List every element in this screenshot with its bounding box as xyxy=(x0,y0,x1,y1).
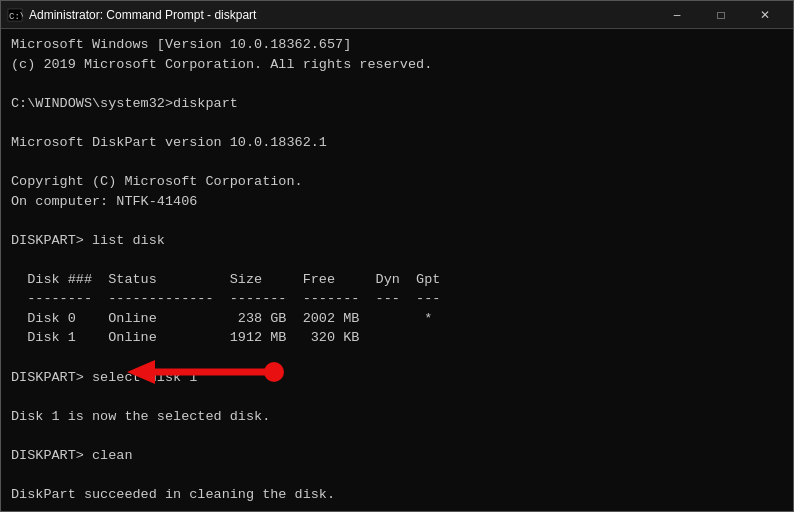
console-output[interactable]: Microsoft Windows [Version 10.0.18362.65… xyxy=(1,29,793,511)
close-button[interactable]: ✕ xyxy=(743,1,787,29)
maximize-button[interactable]: □ xyxy=(699,1,743,29)
command-prompt-window: C:\ Administrator: Command Prompt - disk… xyxy=(0,0,794,512)
title-bar: C:\ Administrator: Command Prompt - disk… xyxy=(1,1,793,29)
title-bar-left: C:\ Administrator: Command Prompt - disk… xyxy=(7,7,256,23)
window-title: Administrator: Command Prompt - diskpart xyxy=(29,8,256,22)
minimize-button[interactable]: – xyxy=(655,1,699,29)
svg-text:C:\: C:\ xyxy=(9,12,23,22)
title-bar-controls: – □ ✕ xyxy=(655,1,787,29)
console-text: Microsoft Windows [Version 10.0.18362.65… xyxy=(11,35,783,511)
cmd-icon: C:\ xyxy=(7,7,23,23)
